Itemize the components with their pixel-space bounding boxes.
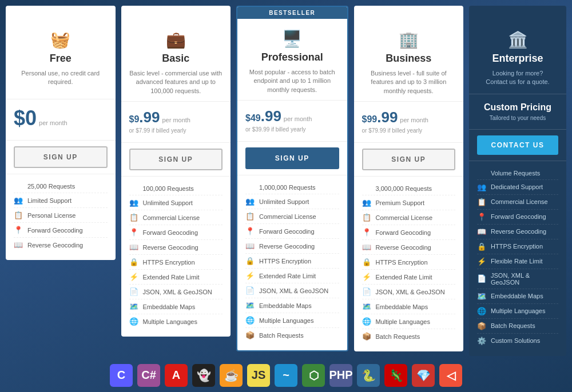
- enterprise-feature-label: Batch Requests: [491, 322, 535, 329]
- feature-icon: 👥: [129, 198, 138, 207]
- enterprise-feature-icon: 📖: [477, 227, 486, 236]
- feature-icon: 📍: [14, 226, 23, 234]
- enterprise-feature-label: Commercial License: [491, 198, 548, 205]
- feature-item: 👥 Unlimited Support: [129, 195, 223, 210]
- feature-label: Forward Geocoding: [143, 229, 198, 236]
- feature-icon: 📦: [245, 331, 255, 339]
- feature-item: 📖 Reverse Geocoding: [362, 240, 456, 255]
- plan-name: Professional: [245, 51, 339, 63]
- enterprise-feature-icon: 🗺️: [477, 292, 486, 301]
- enterprise-feature-icon: 📄: [477, 274, 486, 283]
- plan-header: 🏢 Business Business level - full suite o…: [354, 20, 464, 102]
- plan-price: $49.99: [245, 107, 281, 125]
- feature-icon: 📋: [362, 213, 371, 222]
- feature-label: Embeddable Maps: [376, 303, 428, 310]
- enterprise-feature-item: ⚙️ Custom Solutions: [477, 334, 558, 348]
- enterprise-feature-item: 🔒 HTTPS Encryption: [477, 239, 558, 254]
- feature-label: Unlimited Support: [143, 199, 193, 206]
- plan-header: 🖥️ Professional Most popular - access to…: [237, 19, 347, 101]
- feature-icon: 🗺️: [362, 302, 371, 311]
- plan-features-list: 25,000 Requests 👥 Limited Support 📋 Pers…: [6, 174, 116, 260]
- feature-item: 📍 Forward Geocoding: [362, 225, 456, 240]
- plan-price-block: $99.99per month or $79.99 if billed year…: [354, 102, 464, 143]
- feature-item: 🔒 HTTPS Encryption: [362, 255, 456, 270]
- feature-item: 👥 Unlimited Support: [245, 194, 339, 209]
- signup-button-free[interactable]: SIGN UP: [14, 146, 108, 168]
- feature-label: 100,000 Requests: [143, 185, 194, 192]
- feature-item: 🌐 Multiple Languages: [129, 314, 223, 329]
- plan-features-list: 3,000,000 Requests 👥 Premium Support 📋 C…: [354, 177, 464, 351]
- enterprise-feature-label: Multiple Languages: [491, 307, 545, 314]
- feature-item: 📍 Forward Geocoding: [245, 224, 339, 239]
- tech-logo-javascript: JS: [247, 364, 270, 387]
- feature-icon: 🗺️: [245, 301, 255, 310]
- enterprise-feature-label: Flexible Rate Limit: [491, 258, 542, 265]
- feature-label: HTTPS Encryption: [143, 259, 195, 266]
- enterprise-desc: Looking for more?Contact us for a quote.: [477, 69, 558, 87]
- tech-logo-node: ⬡: [302, 364, 325, 387]
- enterprise-feature-item: 🌐 Multiple Languages: [477, 304, 558, 319]
- tech-logo-ghost: 👻: [192, 364, 215, 387]
- enterprise-feature-item: 🗺️ Embeddable Maps: [477, 289, 558, 304]
- feature-label: Forward Geocoding: [259, 228, 315, 235]
- plan-icon: 🧺: [14, 30, 108, 49]
- feature-icon: 🌐: [245, 316, 255, 325]
- signup-button-business[interactable]: SIGN UP: [362, 149, 456, 170]
- feature-item: 📖 Reverse Geocoding: [14, 238, 108, 252]
- enterprise-feature-icon: 🌐: [477, 307, 486, 315]
- plan-price-block: $49.99per month or $39.99 if billed year…: [237, 101, 347, 142]
- feature-icon: 📦: [362, 332, 371, 341]
- feature-item: 📄 JSON, XML & GeoJSON: [129, 285, 223, 299]
- plan-price-alt: or $79.99 if billed yearly: [362, 127, 456, 134]
- feature-label: Commercial License: [259, 213, 316, 220]
- plan-desc: Personal use, no credit card required.: [14, 69, 108, 93]
- feature-icon: ⚡: [245, 271, 255, 280]
- enterprise-feature-icon: ⚡: [477, 257, 486, 266]
- enterprise-feature-item: 📋 Commercial License: [477, 195, 558, 210]
- feature-item: 📋 Commercial License: [129, 210, 223, 225]
- feature-item: 🗺️ Embeddable Maps: [362, 299, 456, 314]
- feature-item: 🌐 Multiple Languages: [362, 314, 456, 329]
- plan-price-block: $0per month: [6, 99, 116, 141]
- feature-label: Multiple Languages: [259, 317, 313, 324]
- feature-item: 25,000 Requests: [14, 180, 108, 193]
- enterprise-name: Enterprise: [477, 53, 558, 65]
- enterprise-header: 🏛️ Enterprise Looking for more?Contact u…: [469, 20, 566, 94]
- bestseller-badge: BESTSELLER: [237, 7, 347, 19]
- contact-us-button[interactable]: CONTACT US: [477, 135, 558, 155]
- plan-price: $9.99: [129, 109, 160, 126]
- feature-label: Reverse Geocoding: [376, 244, 431, 251]
- feature-item: 3,000,000 Requests: [362, 182, 456, 195]
- enterprise-feature-item: 👥 Dedicated Support: [477, 180, 558, 195]
- tech-logo-angular: A: [165, 364, 188, 387]
- signup-button-basic[interactable]: SIGN UP: [129, 149, 223, 170]
- feature-icon: 📍: [129, 228, 138, 237]
- signup-button-professional[interactable]: SIGN UP: [245, 147, 339, 169]
- plan-per-month: per month: [162, 117, 190, 123]
- plan-cta: SIGN UP: [237, 142, 347, 175]
- feature-item: 👥 Premium Support: [362, 195, 456, 210]
- feature-icon: 👥: [362, 198, 371, 207]
- feature-label: Reverse Geocoding: [259, 243, 315, 250]
- feature-item: 📋 Commercial License: [362, 210, 456, 225]
- plan-price: $99.99: [362, 109, 398, 126]
- feature-icon: 📍: [245, 227, 255, 235]
- feature-icon: 📄: [362, 287, 371, 296]
- enterprise-feature-label: Embeddable Maps: [491, 293, 543, 299]
- feature-label: JSON, XML & GeoJSON: [376, 289, 445, 295]
- plan-card-business: 🏢 Business Business level - full suite o…: [354, 6, 464, 351]
- enterprise-feature-item: 📄 JSON, XML & GeoJSON: [477, 269, 558, 289]
- enterprise-feature-icon: 👥: [477, 183, 486, 191]
- feature-label: JSON, XML & GeoJSON: [259, 287, 328, 294]
- feature-label: Unlimited Support: [259, 198, 309, 205]
- feature-item: 📖 Reverse Geocoding: [129, 240, 223, 255]
- plan-per-month: per month: [284, 115, 312, 122]
- enterprise-icon: 🏛️: [477, 30, 558, 49]
- feature-label: Extended Rate Limit: [376, 274, 432, 281]
- feature-label: JSON, XML & GeoJSON: [143, 289, 212, 295]
- feature-item: 100,000 Requests: [129, 182, 223, 195]
- feature-icon: 📖: [362, 243, 371, 251]
- feature-label: Embeddable Maps: [143, 303, 196, 310]
- feature-item: 👥 Limited Support: [14, 193, 108, 208]
- feature-item: 📄 JSON, XML & GeoJSON: [362, 285, 456, 299]
